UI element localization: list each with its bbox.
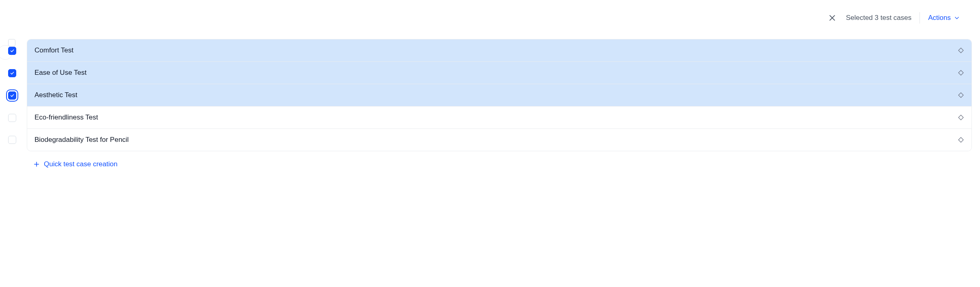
test-case-title: Eco-friendliness Test [35, 113, 958, 122]
test-case-list: Comfort TestEase of Use TestAesthetic Te… [27, 39, 972, 151]
test-case-title: Biodegradability Test for Pencil [35, 136, 958, 144]
diamond-icon [958, 137, 964, 143]
test-case-title: Ease of Use Test [35, 69, 958, 77]
test-case-row[interactable]: Comfort Test [27, 39, 971, 62]
chevron-down-icon [954, 15, 960, 21]
toolbar-divider [920, 12, 920, 24]
test-case-row[interactable]: Aesthetic Test [27, 84, 971, 107]
close-icon [828, 14, 836, 22]
row-checkbox[interactable] [8, 47, 16, 55]
diamond-icon [958, 92, 964, 98]
row-checkbox[interactable] [8, 91, 16, 100]
test-case-title: Comfort Test [35, 46, 958, 54]
actions-label: Actions [928, 14, 951, 22]
actions-dropdown-button[interactable]: Actions [928, 14, 960, 22]
quick-create-label: Quick test case creation [44, 160, 117, 168]
row-checkbox[interactable] [8, 114, 16, 122]
selection-toolbar: Selected 3 test cases Actions [8, 12, 972, 29]
diamond-icon [958, 47, 964, 54]
plus-icon [33, 161, 40, 167]
select-all-checkbox[interactable] [8, 39, 15, 46]
row-checkbox[interactable] [8, 69, 16, 77]
clear-selection-button[interactable] [827, 12, 838, 24]
selection-count-label: Selected 3 test cases [846, 14, 912, 22]
test-case-row[interactable]: Ease of Use Test [27, 62, 971, 84]
diamond-icon [958, 114, 964, 121]
quick-create-button[interactable]: Quick test case creation [27, 159, 972, 170]
test-case-row[interactable]: Eco-friendliness Test [27, 107, 971, 129]
test-case-row[interactable]: Biodegradability Test for Pencil [27, 129, 971, 151]
test-case-title: Aesthetic Test [35, 91, 958, 99]
row-checkbox[interactable] [8, 136, 16, 144]
diamond-icon [958, 70, 964, 76]
